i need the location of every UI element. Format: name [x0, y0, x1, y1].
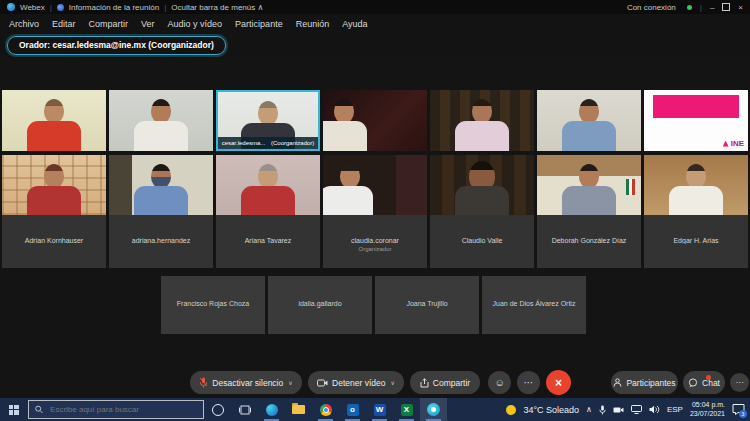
- speaker-banner-row: Orador: cesar.ledesma@ine.mx (Coorganiza…: [0, 33, 750, 58]
- menu-editar[interactable]: Editar: [52, 19, 76, 29]
- smiley-icon: ☺: [494, 377, 504, 388]
- menu-ayuda[interactable]: Ayuda: [342, 19, 367, 29]
- ellipsis-icon: ⋯: [524, 377, 534, 388]
- menu-compartir[interactable]: Compartir: [89, 19, 129, 29]
- participant-name: adriana.hernandez: [109, 237, 213, 244]
- search-input[interactable]: [48, 404, 197, 415]
- tray-chevron-icon[interactable]: ∧: [586, 405, 592, 414]
- participant-video: [27, 121, 81, 151]
- start-button[interactable]: [0, 398, 27, 421]
- participant-video: [216, 155, 320, 215]
- menu-participante[interactable]: Participante: [235, 19, 283, 29]
- participant-name: Edgar H. Arias: [644, 237, 748, 244]
- meeting-info-link[interactable]: Información de la reunión: [69, 3, 159, 12]
- microphone-muted-icon: [199, 377, 208, 388]
- participant-tile-novideo[interactable]: Francisco Rojas Choza: [161, 276, 265, 334]
- participant-tile[interactable]: Edgar H. Arias: [644, 155, 748, 268]
- name-plate: claudia.coronar Organizador: [323, 215, 427, 268]
- participant-tile-novideo[interactable]: Joana Trujillo: [375, 276, 479, 334]
- participant-tile[interactable]: Ariana Tavarez: [216, 155, 320, 268]
- video-tile[interactable]: [109, 90, 213, 151]
- ine-logo-icon: [723, 141, 729, 147]
- tray-mic-icon[interactable]: [599, 405, 606, 415]
- participant-video: [644, 155, 748, 215]
- participant-tile-novideo[interactable]: Juan de Dios Álvarez Ortiz: [482, 276, 586, 334]
- clock[interactable]: 05:04 p.m. 23/07/2021: [690, 401, 725, 419]
- participant-role: Organizador: [323, 246, 427, 252]
- participant-tile[interactable]: Adrian Kornhauser: [2, 155, 106, 268]
- video-tile[interactable]: [323, 90, 427, 151]
- name-plate: Adrian Kornhauser: [2, 215, 106, 268]
- windows-taskbar: o W X 34°C Soleado ∧ ESP 05:04 p.m. 23/0…: [0, 398, 750, 421]
- participants-panel-button[interactable]: Participantes: [611, 371, 678, 394]
- stop-video-button[interactable]: Detener vídeo ∨: [308, 371, 404, 394]
- chevron-down-icon[interactable]: ∨: [391, 379, 395, 386]
- unmute-button[interactable]: Desactivar silencio ∨: [190, 371, 302, 394]
- task-view-icon[interactable]: [231, 398, 258, 421]
- chat-notification-dot: [706, 375, 711, 380]
- menu-archivo[interactable]: Archivo: [9, 19, 39, 29]
- participant-tile[interactable]: Claudio Valle: [430, 155, 534, 268]
- video-tile[interactable]: [2, 90, 106, 151]
- tray-display-icon[interactable]: [631, 405, 642, 414]
- excel-icon[interactable]: X: [393, 398, 420, 421]
- camera-icon: [317, 379, 328, 387]
- tray-volume-icon[interactable]: [649, 405, 660, 414]
- hide-menubar-link[interactable]: Ocultar barra de menús ∧: [171, 3, 263, 12]
- reactions-button[interactable]: ☺: [488, 371, 511, 394]
- ine-logo-text: INE: [731, 139, 744, 148]
- webex-taskbar-icon[interactable]: [420, 398, 447, 421]
- language-indicator[interactable]: ESP: [667, 405, 683, 414]
- participant-video: [562, 121, 616, 151]
- name-plate: Deborah González Díaz: [537, 215, 641, 268]
- separator: |: [164, 3, 166, 12]
- mexico-flag: [626, 179, 635, 195]
- notification-center[interactable]: 3: [732, 403, 745, 416]
- participant-video: [455, 121, 509, 151]
- chrome-icon[interactable]: [312, 398, 339, 421]
- video-tile[interactable]: [430, 90, 534, 151]
- active-speaker-name: cesar.ledesma...: [222, 140, 266, 146]
- tray-camera-icon[interactable]: [613, 406, 624, 414]
- search-icon: [35, 405, 43, 414]
- participant-video: [241, 186, 295, 215]
- panel-more-button[interactable]: ⋯: [730, 373, 749, 392]
- menu-bar: Archivo Editar Compartir Ver Audio y víd…: [0, 14, 750, 33]
- video-tile-active-speaker[interactable]: cesar.ledesma... (Coorganizador): [216, 90, 320, 151]
- outlook-icon[interactable]: o: [339, 398, 366, 421]
- maximize-button[interactable]: [722, 3, 730, 11]
- person-icon: [613, 378, 622, 387]
- minimize-button[interactable]: –: [710, 3, 714, 12]
- video-tile[interactable]: [537, 90, 641, 151]
- separator: |: [50, 3, 52, 12]
- participant-name: claudia.coronar: [323, 237, 427, 244]
- participant-name: Joana Trujillo: [401, 300, 452, 307]
- word-icon[interactable]: W: [366, 398, 393, 421]
- share-button[interactable]: Compartir: [410, 371, 480, 394]
- shared-slide-tile[interactable]: INE: [644, 90, 748, 151]
- file-explorer-icon[interactable]: [285, 398, 312, 421]
- participant-video: [258, 101, 278, 125]
- participant-tile[interactable]: adriana.hernandez: [109, 155, 213, 268]
- slide-banner: [653, 95, 739, 118]
- leave-meeting-button[interactable]: ×: [546, 370, 571, 395]
- more-options-button[interactable]: ⋯: [517, 371, 540, 394]
- cortana-icon[interactable]: [204, 398, 231, 421]
- participant-tile-novideo[interactable]: idalia.gallardo: [268, 276, 372, 334]
- edge-icon[interactable]: [258, 398, 285, 421]
- chevron-down-icon[interactable]: ∨: [288, 379, 292, 386]
- participant-tile[interactable]: Deborah González Díaz: [537, 155, 641, 268]
- taskbar-search[interactable]: [28, 400, 204, 419]
- chat-panel-button[interactable]: Chat: [683, 371, 725, 394]
- menu-audio-video[interactable]: Audio y vídeo: [168, 19, 223, 29]
- participant-name: Francisco Rojas Choza: [172, 300, 254, 307]
- close-window-button[interactable]: ×: [738, 3, 743, 12]
- menu-ver[interactable]: Ver: [141, 19, 155, 29]
- participant-video: [44, 99, 64, 123]
- weather-widget[interactable]: 34°C Soleado: [523, 405, 579, 415]
- participant-video: [109, 155, 213, 215]
- participant-tile[interactable]: claudia.coronar Organizador: [323, 155, 427, 268]
- name-plate: adriana.hernandez: [109, 215, 213, 268]
- menu-reunion[interactable]: Reunión: [296, 19, 330, 29]
- participant-name: idalia.gallardo: [293, 300, 346, 307]
